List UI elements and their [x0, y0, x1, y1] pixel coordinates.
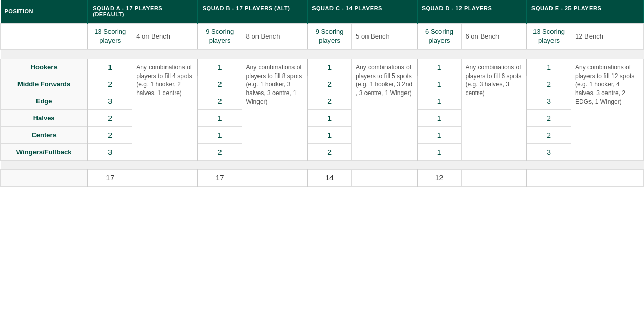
squad-a-middle-forwards: 2 — [88, 76, 132, 93]
totals-position — [1, 169, 88, 186]
squad-e-halves: 2 — [527, 109, 571, 126]
squad-e-edge: 3 — [527, 93, 571, 109]
squad-c-scoring-text: 9 Scoring players — [316, 28, 344, 44]
squad-a-centers: 2 — [88, 126, 132, 143]
squad-c-centers: 1 — [307, 126, 351, 143]
squad-e-middle-forwards: 2 — [527, 76, 571, 93]
summary-position — [1, 23, 88, 50]
squad-c-middle-forwards: 2 — [307, 76, 351, 93]
squad-c-halves: 1 — [307, 109, 351, 126]
squad-c-bench-text: 5 on Bench — [356, 32, 390, 40]
table-row-hookers: Hookers 1 Any combinations of players to… — [1, 59, 644, 76]
position-middle-forwards: Middle Forwards — [1, 76, 88, 93]
squad-a-halves: 2 — [88, 109, 132, 126]
squad-b-scoring-summary: 9 Scoring players — [198, 23, 242, 50]
squad-e-wingers: 3 — [527, 143, 571, 160]
squad-b-bench-text: 8 on Bench — [246, 32, 280, 40]
squad-d-total: 12 — [417, 169, 461, 186]
table-row-halves: Halves 2 1 1 1 2 — [1, 109, 644, 126]
squad-d-scoring-text: 6 Scoring players — [425, 28, 453, 44]
squad-e-centers: 2 — [527, 126, 571, 143]
squad-a-total-bench — [132, 169, 198, 186]
squad-a-edge: 3 — [88, 93, 132, 109]
squad-b-middle-forwards: 2 — [198, 76, 242, 93]
squad-e-scoring-summary: 13 Scoring players — [527, 23, 571, 50]
squad-c-bench-description: Any combinations of players to fill 5 sp… — [356, 64, 412, 97]
squad-b-total-bench — [242, 169, 307, 186]
squad-d-edge: 1 — [417, 93, 461, 109]
squad-d-halves: 1 — [417, 109, 461, 126]
squad-b-bench-summary: 8 on Bench — [242, 23, 307, 50]
squad-d-bench-desc: Any combinations of players to fill 6 sp… — [461, 59, 527, 160]
squad-d-bench-description: Any combinations of players to fill 6 sp… — [466, 64, 522, 97]
squad-d-wingers: 1 — [417, 143, 461, 160]
squad-e-total — [527, 169, 571, 186]
squad-e-scoring-text: 13 Scoring players — [533, 28, 565, 44]
squad-a-scoring-summary: 13 Scoring players — [88, 23, 132, 50]
squad-e-hookers: 1 — [527, 59, 571, 76]
squad-c-wingers: 2 — [307, 143, 351, 160]
squad-a-scoring-text: 13 Scoring players — [94, 28, 126, 44]
squad-b-halves: 1 — [198, 109, 242, 126]
comparison-table-wrapper: POSITION SQUAD A - 17 PLAYERS (DEFAULT) … — [0, 0, 644, 187]
squad-c-scoring-summary: 9 Scoring players — [307, 23, 351, 50]
squad-a-hookers: 1 — [88, 59, 132, 76]
squad-c-edge: 2 — [307, 93, 351, 109]
header-squad-d: SQUAD D - 12 PLAYERS — [417, 0, 527, 23]
spacer-2 — [1, 160, 644, 169]
squad-d-total-bench — [461, 169, 527, 186]
squad-c-hookers: 1 — [307, 59, 351, 76]
spacer-1 — [1, 50, 644, 59]
squad-a-bench-summary: 4 on Bench — [132, 23, 198, 50]
squad-a-bench-desc: Any combinations of players to fill 4 sp… — [132, 59, 198, 160]
squad-a-sub: (DEFAULT) — [93, 11, 124, 17]
squad-b-bench-desc: Any combinations of players to fill 8 sp… — [242, 59, 307, 160]
position-hookers: Hookers — [1, 59, 88, 76]
position-halves: Halves — [1, 109, 88, 126]
squad-comparison-table: POSITION SQUAD A - 17 PLAYERS (DEFAULT) … — [0, 0, 644, 187]
squad-d-scoring-summary: 6 Scoring players — [417, 23, 461, 50]
squad-d-centers: 1 — [417, 126, 461, 143]
table-row-centers: Centers 2 1 1 1 2 — [1, 126, 644, 143]
totals-row: 17 17 14 12 — [1, 169, 644, 186]
squad-d-bench-text: 6 on Bench — [466, 32, 500, 40]
squad-e-bench-text: 12 Bench — [575, 32, 603, 40]
squad-e-bench-desc: Any combinations of players to fill 12 s… — [571, 59, 643, 160]
squad-a-wingers: 3 — [88, 143, 132, 160]
squad-b-name: SQUAD B - 17 PLAYERS (ALT) — [203, 5, 290, 11]
squad-c-name: SQUAD C - 14 PLAYERS — [312, 5, 382, 11]
squad-d-hookers: 1 — [417, 59, 461, 76]
position-wingers: Wingers/Fullback — [1, 143, 88, 160]
squad-b-bench-description: Any combinations of players to fill 8 sp… — [246, 64, 302, 105]
squad-e-name: SQUAD E - 25 PLAYERS — [531, 5, 601, 11]
squad-b-edge: 2 — [198, 93, 242, 109]
squad-c-total: 14 — [307, 169, 351, 186]
squad-c-bench-summary: 5 on Bench — [352, 23, 417, 50]
squad-b-hookers: 1 — [198, 59, 242, 76]
squad-a-bench-text: 4 on Bench — [136, 32, 170, 40]
table-row-middle-forwards: Middle Forwards 2 2 2 1 2 — [1, 76, 644, 93]
table-row-wingers: Wingers/Fullback 3 2 2 1 3 — [1, 143, 644, 160]
squad-e-bench-description: Any combinations of players to fill 12 s… — [575, 64, 634, 105]
header-squad-b: SQUAD B - 17 PLAYERS (ALT) — [198, 0, 307, 23]
position-edge: Edge — [1, 93, 88, 109]
squad-e-total-bench — [571, 169, 643, 186]
squad-a-total: 17 — [88, 169, 132, 186]
squad-b-total: 17 — [198, 169, 242, 186]
squad-d-bench-summary: 6 on Bench — [461, 23, 527, 50]
header-squad-a: SQUAD A - 17 PLAYERS (DEFAULT) — [88, 0, 197, 23]
squad-b-centers: 1 — [198, 126, 242, 143]
header-squad-e: SQUAD E - 25 PLAYERS — [527, 0, 643, 23]
squad-a-bench-description: Any combinations of players to fill 4 sp… — [136, 64, 192, 97]
squad-d-middle-forwards: 1 — [417, 76, 461, 93]
squad-c-bench-desc: Any combinations of players to fill 5 sp… — [352, 59, 417, 160]
header-squad-c: SQUAD C - 14 PLAYERS — [307, 0, 417, 23]
squad-d-name: SQUAD D - 12 PLAYERS — [422, 5, 492, 11]
squad-b-scoring-text: 9 Scoring players — [206, 28, 234, 44]
position-centers: Centers — [1, 126, 88, 143]
squad-b-wingers: 2 — [198, 143, 242, 160]
squad-c-total-bench — [352, 169, 417, 186]
summary-row: 13 Scoring players 4 on Bench 9 Scoring … — [1, 23, 644, 50]
squad-a-name: SQUAD A - 17 PLAYERS — [93, 5, 162, 11]
squad-e-bench-summary: 12 Bench — [571, 23, 643, 50]
